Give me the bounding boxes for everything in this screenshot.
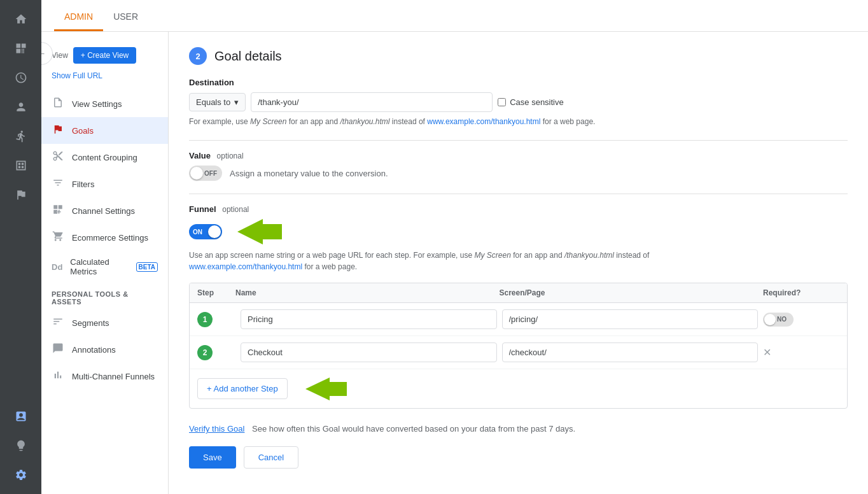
- value-assign-text: Assign a monetary value to the conversio…: [230, 169, 388, 178]
- step1-actions: NO: [763, 313, 839, 327]
- step1-screen-input[interactable]: [502, 309, 759, 329]
- sidebar-icon-flag[interactable]: [8, 182, 34, 208]
- step2-name-input[interactable]: [241, 342, 497, 362]
- steps-table: Step Name Screen/Page Required?: [189, 283, 848, 409]
- step1-badge: 1: [197, 312, 213, 327]
- filter-icon: [52, 177, 64, 191]
- toggle-off-label: OFF: [204, 170, 217, 177]
- table-row: 2 ✕: [190, 336, 847, 369]
- verify-row: Verify this Goal See how often this Goal…: [189, 424, 848, 434]
- sidebar-icon-reports[interactable]: [8, 65, 34, 90]
- icon-sidebar: [0, 0, 41, 494]
- beta-badge: BETA: [136, 262, 158, 272]
- destination-helper-text: For example, use My Screen for an app an…: [189, 116, 848, 127]
- goal-header: 2 Goal details: [189, 47, 848, 65]
- sidebar-icon-lightbulb[interactable]: [8, 433, 34, 458]
- cart-icon: [52, 230, 64, 244]
- nav-item-content-grouping[interactable]: Content Grouping: [41, 144, 168, 171]
- table-row: 1 NO: [190, 303, 847, 336]
- action-buttons: Save Cancel: [189, 446, 848, 469]
- bottom-icons: [8, 404, 34, 494]
- scissors-icon: [52, 150, 64, 164]
- view-label: View: [52, 51, 68, 60]
- add-step-button[interactable]: + Add another Step: [197, 378, 288, 399]
- main-area: ADMIN USER ← View + Create View Show Ful…: [41, 0, 868, 494]
- left-nav: ← View + Create View Show Full URL View …: [41, 32, 169, 494]
- funnel-description: Use an app screen name string or a web p…: [189, 250, 673, 272]
- nav-label-multi-channel: Multi-Channel Funnels: [72, 372, 155, 381]
- nav-item-annotations[interactable]: Annotations: [41, 336, 168, 363]
- step1-required-toggle[interactable]: NO: [763, 313, 794, 327]
- sidebar-icon-gear[interactable]: [8, 462, 34, 488]
- sidebar-icon-user[interactable]: [8, 94, 34, 120]
- svg-marker-2: [305, 378, 347, 400]
- nav-label-segments: Segments: [72, 318, 109, 328]
- nav-label-channel-settings: Channel Settings: [72, 206, 135, 216]
- toggle-on-label: ON: [193, 229, 202, 236]
- verify-link[interactable]: Verify this Goal: [189, 424, 244, 434]
- nav-label-ecommerce: Ecommerce Settings: [72, 233, 148, 243]
- nav-item-calculated-metrics[interactable]: Dd Calculated Metrics BETA: [41, 251, 168, 283]
- nav-label-view-settings: View Settings: [72, 99, 122, 109]
- save-button[interactable]: Save: [189, 446, 236, 469]
- sidebar-icon-conversions[interactable]: [8, 123, 34, 149]
- sidebar-icon-table[interactable]: [8, 153, 34, 178]
- case-sensitive-checkbox[interactable]: [498, 98, 506, 106]
- steps-table-header: Step Name Screen/Page Required?: [190, 283, 847, 303]
- tab-admin[interactable]: ADMIN: [54, 11, 103, 31]
- doc-icon: [52, 97, 64, 111]
- view-header: View + Create View: [41, 42, 168, 69]
- flag-icon: [52, 123, 64, 138]
- svg-marker-0: [237, 219, 282, 244]
- channel-icon: [52, 204, 64, 218]
- step2-actions: ✕: [763, 346, 839, 358]
- funnel-label: Funnel optional: [189, 204, 848, 214]
- green-arrow-funnel: [237, 219, 282, 244]
- destination-row: Equals to ▾ Case sensitive: [189, 92, 848, 112]
- personal-tools-header: PERSONAL TOOLS & ASSETS: [41, 283, 168, 309]
- nav-item-multi-channel[interactable]: Multi-Channel Funnels: [41, 363, 168, 390]
- value-toggle[interactable]: OFF: [189, 166, 222, 181]
- chevron-down-icon: ▾: [234, 97, 239, 107]
- req-label-no: NO: [777, 316, 787, 323]
- step1-name-input[interactable]: [241, 309, 497, 329]
- sidebar-icon-analytics[interactable]: [8, 404, 34, 429]
- tab-bar: ADMIN USER: [41, 0, 868, 32]
- equals-to-button[interactable]: Equals to ▾: [189, 93, 246, 111]
- segments-icon: [52, 316, 64, 330]
- nav-item-goals[interactable]: Goals: [41, 117, 168, 144]
- nav-item-segments[interactable]: Segments: [41, 309, 168, 336]
- multi-channel-icon: [52, 369, 64, 383]
- nav-item-filters[interactable]: Filters: [41, 171, 168, 197]
- create-view-button[interactable]: + Create View: [73, 47, 137, 64]
- annotations-icon: [52, 342, 64, 356]
- verify-text: See how often this Goal would have conve…: [252, 424, 575, 434]
- destination-input[interactable]: [251, 92, 493, 112]
- step-badge: 2: [189, 47, 207, 65]
- funnel-toggle[interactable]: ON: [189, 224, 222, 239]
- step2-badge: 2: [197, 345, 213, 360]
- nav-item-ecommerce[interactable]: Ecommerce Settings: [41, 224, 168, 251]
- main-panel: 2 Goal details Destination Equals to ▾ C: [169, 32, 868, 494]
- nav-label-goals: Goals: [72, 126, 94, 136]
- calc-icon: Dd: [52, 262, 62, 272]
- nav-label-annotations: Annotations: [72, 345, 116, 355]
- nav-label-filters: Filters: [72, 180, 94, 189]
- sidebar-icon-dashboards[interactable]: [8, 36, 34, 61]
- destination-section: Destination Equals to ▾ Case sensitive F…: [189, 78, 848, 127]
- sidebar-icon-home[interactable]: [8, 6, 34, 32]
- destination-label: Destination: [189, 78, 848, 87]
- step2-remove-button[interactable]: ✕: [763, 346, 771, 358]
- nav-label-calculated-metrics: Calculated Metrics: [70, 257, 125, 276]
- cancel-button[interactable]: Cancel: [244, 446, 298, 469]
- tab-user[interactable]: USER: [103, 11, 148, 31]
- body-content: ← View + Create View Show Full URL View …: [41, 32, 868, 494]
- value-label: Value optional: [189, 151, 848, 160]
- green-arrow-add-step: [305, 378, 347, 400]
- step2-screen-input[interactable]: [502, 342, 759, 362]
- show-full-url[interactable]: Show Full URL: [41, 69, 168, 83]
- nav-item-channel-settings[interactable]: Channel Settings: [41, 197, 168, 224]
- goal-title: Goal details: [214, 49, 282, 64]
- nav-label-content-grouping: Content Grouping: [72, 153, 137, 162]
- nav-item-view-settings[interactable]: View Settings: [41, 90, 168, 117]
